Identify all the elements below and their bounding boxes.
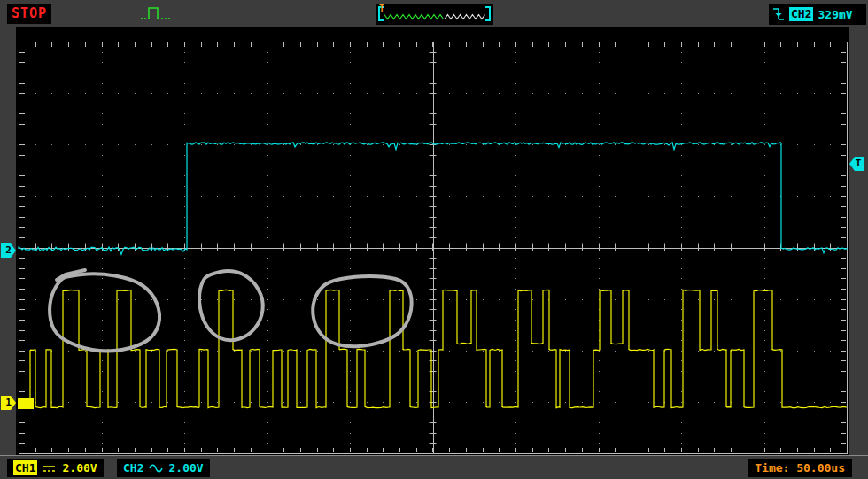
- falling-edge-trigger-icon: [772, 5, 785, 23]
- trigger-level-readout: 329mV: [818, 8, 852, 21]
- trigger-info: CH2 329mV: [769, 4, 866, 25]
- top-status-bar: STOP T CH2 329mV: [0, 0, 868, 27]
- bottom-status-bar: CH1 2.00V CH2 2.00V Time: 50.00us: [0, 455, 868, 479]
- timebase-readout: Time: 50.00us: [748, 459, 852, 477]
- ac-coupling-icon: [149, 462, 163, 475]
- trigger-pulse-icon: [138, 4, 175, 25]
- trigger-level-marker: T: [849, 157, 864, 171]
- ch1-volts-per-div: 2.00V: [62, 461, 97, 475]
- trigger-level-marker-label: T: [856, 158, 862, 169]
- waveform-preview: T: [376, 4, 493, 25]
- ch2-label: CH2: [123, 461, 143, 475]
- ch2-settings: CH2 2.00V: [117, 459, 210, 477]
- scope-graticule-and-traces: [16, 27, 849, 455]
- ch2-ground-marker: 2: [1, 243, 16, 258]
- run-state-label: STOP: [12, 5, 47, 21]
- timebase-value: Time: 50.00us: [755, 461, 845, 475]
- preview-waveform-icon: [376, 4, 493, 25]
- ch1-label-badge: CH1: [13, 460, 37, 475]
- display-area: [16, 27, 849, 455]
- ch1-ground-marker: 1: [1, 396, 16, 410]
- dc-coupling-icon: [43, 463, 57, 474]
- preview-trigger-label: T: [379, 4, 384, 13]
- trigger-source-badge: CH2: [789, 7, 813, 21]
- oscilloscope-screen: STOP T CH2 329mV 2 1: [0, 0, 868, 479]
- run-state-indicator: STOP: [7, 4, 51, 24]
- ch2-ground-marker-label: 2: [5, 244, 12, 256]
- ch1-ground-marker-label: 1: [5, 397, 12, 408]
- ch2-volts-per-div: 2.00V: [168, 461, 203, 475]
- ch1-settings: CH1 2.00V: [7, 459, 104, 477]
